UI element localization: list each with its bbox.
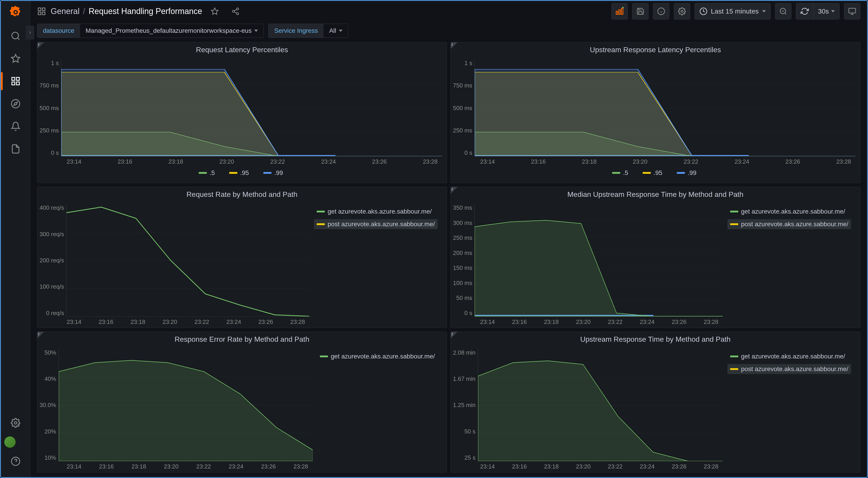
chart-area: 1 s750 ms500 ms250 ms0 s23:1423:1623:182… bbox=[37, 57, 447, 183]
legend-item[interactable]: get azurevote.aks.azure.sabbour.me/ bbox=[727, 206, 851, 217]
expand-sidebar-button[interactable] bbox=[26, 26, 34, 39]
plot-area[interactable] bbox=[66, 204, 309, 316]
time-range-picker[interactable]: Last 15 minutes bbox=[694, 3, 771, 20]
refresh-button[interactable] bbox=[796, 3, 813, 19]
y-tick: 500 ms bbox=[39, 105, 59, 111]
y-axis: 2.08 min1.67 min1.25 min50 s25 s bbox=[453, 349, 478, 461]
save-button[interactable] bbox=[632, 3, 649, 20]
panel[interactable]: Upstream Response Time by Method and Pat… bbox=[451, 331, 860, 473]
panel[interactable]: Request Latency Percentiles1 s750 ms500 … bbox=[37, 42, 447, 183]
x-tick: 23:24 bbox=[735, 158, 749, 165]
legend-swatch bbox=[199, 172, 207, 174]
legend-item[interactable]: post azurevote.aks.azure.sabbour.me/ bbox=[314, 219, 438, 229]
plot-area[interactable] bbox=[474, 204, 723, 316]
x-tick: 23:24 bbox=[229, 463, 243, 470]
panel-info-corner[interactable] bbox=[451, 187, 458, 194]
nav-pages[interactable] bbox=[4, 138, 27, 160]
legend-item[interactable]: .5 bbox=[610, 168, 631, 178]
legend-item[interactable]: get azurevote.aks.azure.sabbour.me/ bbox=[314, 206, 438, 217]
y-tick: 0 s bbox=[51, 149, 59, 156]
info-button[interactable] bbox=[653, 3, 669, 20]
panel[interactable]: Median Upstream Response Time by Method … bbox=[451, 187, 860, 328]
user-avatar[interactable] bbox=[4, 437, 16, 448]
x-tick: 23:14 bbox=[480, 158, 495, 165]
svg-rect-17 bbox=[38, 12, 41, 15]
variable-ingress[interactable]: Service Ingress All bbox=[268, 24, 348, 38]
x-tick: 23:22 bbox=[608, 463, 622, 470]
y-tick: 50 ms bbox=[456, 294, 472, 301]
nav-help[interactable] bbox=[4, 450, 27, 473]
sidebar bbox=[1, 1, 30, 477]
legend-swatch bbox=[730, 211, 738, 213]
legend-item[interactable]: .5 bbox=[196, 168, 217, 178]
breadcrumb-title[interactable]: Request Handling Performance bbox=[89, 6, 202, 16]
legend-swatch bbox=[677, 172, 685, 174]
y-tick: 1.25 min bbox=[453, 402, 475, 409]
x-tick: 23:22 bbox=[608, 318, 622, 325]
panel-info-corner[interactable] bbox=[37, 42, 44, 49]
plot-area[interactable] bbox=[478, 349, 723, 461]
x-tick: 23:14 bbox=[480, 463, 495, 470]
plot-area[interactable] bbox=[474, 60, 856, 156]
x-tick: 23:28 bbox=[290, 318, 305, 325]
panel-info-corner[interactable] bbox=[451, 42, 458, 49]
y-tick: 250 ms bbox=[453, 127, 472, 134]
y-tick: 10% bbox=[44, 454, 56, 461]
y-tick: 0 req/s bbox=[46, 310, 64, 317]
nav-alerting[interactable] bbox=[4, 115, 27, 138]
nav-dashboards[interactable] bbox=[4, 70, 27, 92]
svg-rect-24 bbox=[616, 11, 618, 14]
svg-point-19 bbox=[237, 8, 239, 10]
y-tick: 20% bbox=[44, 428, 56, 435]
panel-title: Median Upstream Response Time by Method … bbox=[451, 187, 860, 202]
refresh-interval[interactable]: 30s bbox=[813, 7, 839, 15]
x-axis: 23:1423:1623:1823:2023:2223:2423:2623:28 bbox=[39, 317, 309, 325]
refresh-picker[interactable]: 30s bbox=[796, 3, 839, 20]
breadcrumb-folder[interactable]: General bbox=[51, 6, 80, 16]
chart-area: 350 ms300 ms250 ms200 ms150 ms100 ms50 m… bbox=[451, 202, 860, 327]
x-axis: 23:1423:1623:1823:2023:2223:2423:2623:28 bbox=[453, 156, 856, 165]
star-button[interactable] bbox=[207, 3, 223, 20]
zoom-out-button[interactable] bbox=[775, 3, 792, 20]
nav-explore[interactable] bbox=[4, 92, 27, 115]
panel[interactable]: Request Rate by Method and Path400 req/s… bbox=[37, 187, 447, 328]
legend-item[interactable]: .99 bbox=[260, 168, 286, 178]
legend-item[interactable]: post azurevote.aks.azure.sabbour.me/ bbox=[727, 364, 851, 374]
y-tick: 1 s bbox=[51, 60, 59, 67]
legend-item[interactable]: get azurevote.aks.azure.sabbour.me/ bbox=[727, 351, 851, 361]
y-tick: 0 s bbox=[465, 149, 472, 156]
y-tick: 250 ms bbox=[39, 127, 59, 134]
legend-swatch bbox=[730, 368, 738, 370]
legend-item[interactable]: .95 bbox=[226, 168, 252, 178]
grafana-logo[interactable] bbox=[8, 4, 24, 20]
breadcrumb: General / Request Handling Performance bbox=[51, 6, 202, 16]
tv-mode-button[interactable] bbox=[844, 3, 860, 20]
legend-item[interactable]: get azurevote.aks.azure.sabbour.me/ bbox=[317, 351, 438, 361]
panel[interactable]: Upstream Response Latency Percentiles1 s… bbox=[451, 42, 860, 183]
legend-item[interactable]: post azurevote.aks.azure.sabbour.me/ bbox=[727, 219, 851, 229]
plot-area[interactable] bbox=[61, 60, 442, 156]
legend-item[interactable]: .99 bbox=[674, 168, 699, 178]
share-button[interactable] bbox=[227, 3, 244, 20]
x-tick: 23:14 bbox=[480, 318, 495, 325]
variable-datasource[interactable]: datasource Managed_Prometheus_defaultazu… bbox=[37, 24, 264, 38]
y-tick: 30.0% bbox=[39, 402, 56, 409]
nav-configuration[interactable] bbox=[4, 412, 27, 434]
x-tick: 23:26 bbox=[672, 463, 686, 470]
settings-button[interactable] bbox=[674, 3, 690, 20]
add-panel-button[interactable] bbox=[612, 3, 628, 20]
panel[interactable]: Response Error Rate by Method and Path50… bbox=[37, 331, 447, 473]
panel-info-corner[interactable] bbox=[37, 332, 44, 339]
legend-item[interactable]: .95 bbox=[640, 168, 665, 178]
chart-area: 400 req/s300 req/s200 req/s100 req/s0 re… bbox=[37, 202, 447, 327]
legend-swatch bbox=[730, 223, 738, 225]
plot-area[interactable] bbox=[59, 349, 313, 461]
y-tick: 100 req/s bbox=[39, 283, 64, 290]
svg-point-2 bbox=[12, 32, 18, 39]
panel-info-corner[interactable] bbox=[451, 332, 458, 339]
nav-search[interactable] bbox=[4, 25, 27, 47]
nav-starred[interactable] bbox=[4, 47, 27, 70]
x-tick: 23:18 bbox=[544, 463, 559, 470]
clock-icon bbox=[700, 7, 708, 15]
x-tick: 23:16 bbox=[118, 158, 132, 165]
